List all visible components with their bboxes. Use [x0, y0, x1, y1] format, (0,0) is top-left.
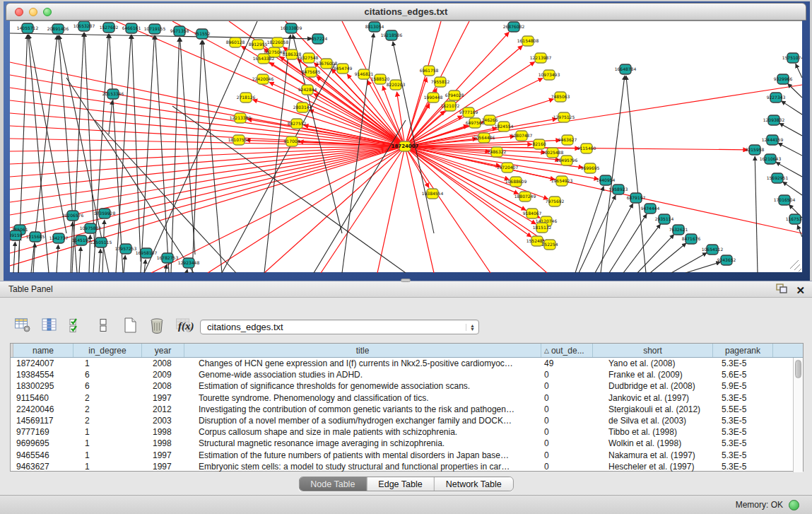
graph-node[interactable]: 16648784: [615, 64, 637, 74]
graph-node[interactable]: 9474444: [641, 204, 660, 214]
graph-node[interactable]: 10719155: [144, 24, 166, 34]
graph-node[interactable]: 6879197: [627, 193, 646, 203]
table-row[interactable]: 1830029562008Estimation of significance …: [11, 380, 793, 392]
graph-node[interactable]: 12213987: [530, 53, 552, 63]
graph-node[interactable]: 20891406: [47, 24, 69, 34]
graph-node[interactable]: 10025488: [542, 148, 564, 158]
graph-node[interactable]: 16033809: [281, 23, 302, 33]
graph-node[interactable]: 16543382: [253, 54, 275, 64]
graph-node[interactable]: 6466161: [122, 23, 141, 33]
graph-node[interactable]: 9699695: [581, 163, 600, 173]
tab-node-table[interactable]: Node Table: [299, 477, 367, 491]
graph-node[interactable]: 20206576: [62, 211, 84, 221]
graph-node[interactable]: 7857224: [309, 34, 328, 44]
graph-node[interactable]: 7485063: [551, 92, 570, 102]
graph-node[interactable]: 1167534: [786, 214, 802, 224]
graph-node[interactable]: 14055712: [17, 23, 39, 33]
graph-node[interactable]: 18495796: [556, 156, 578, 165]
tab-network-table[interactable]: Network Table: [435, 477, 513, 491]
graph-node[interactable]: 39159: [10, 230, 23, 240]
column-header-out_de[interactable]: △out_de...: [541, 344, 593, 357]
graph-node[interactable]: 8454749: [334, 64, 353, 74]
scrollbar-thumb[interactable]: [795, 360, 801, 378]
graph-node[interactable]: 6961758: [420, 66, 439, 76]
graph-node[interactable]: 12923448: [178, 258, 200, 268]
graph-node[interactable]: 18226058: [267, 37, 289, 47]
graph-node[interactable]: 7975692: [546, 197, 565, 206]
graph-node[interactable]: 12505115: [90, 238, 112, 247]
table-row[interactable]: 2242004622012Investigating the contribut…: [11, 404, 793, 415]
table-row[interactable]: 969969511998Structural magnetic resonanc…: [11, 438, 793, 449]
graph-node[interactable]: 8427552: [288, 119, 307, 129]
graph-node[interactable]: 19654923: [551, 176, 573, 186]
graph-node[interactable]: 1215685: [26, 232, 45, 242]
graph-node[interactable]: 10688609: [505, 177, 527, 187]
graph-node[interactable]: 12093832: [763, 115, 785, 125]
graph-node[interactable]: 12444159: [762, 135, 784, 145]
unselect-all-icon[interactable]: [93, 315, 113, 335]
tab-edge-table[interactable]: Edge Table: [367, 477, 434, 491]
table-row[interactable]: 1872400712008Changes of HCN gene express…: [11, 358, 793, 369]
graph-node[interactable]: 16958107: [136, 248, 158, 258]
table-row[interactable]: 1456911722003Disruption of a novel membe…: [11, 415, 793, 426]
graph-node[interactable]: 7486322: [488, 147, 507, 157]
table-row[interactable]: 1938455462009Genome-wide association stu…: [11, 369, 793, 380]
graph-node[interactable]: 252254: [542, 240, 558, 250]
select-all-icon[interactable]: [66, 315, 86, 335]
delete-icon[interactable]: [147, 315, 167, 335]
graph-node[interactable]: 15692951: [767, 173, 789, 183]
network-canvas[interactable]: 8960128891295518226058182750481654338281…: [10, 21, 802, 272]
graph-node[interactable]: 16782753: [157, 253, 179, 263]
graph-node[interactable]: 7632621: [669, 225, 688, 235]
graph-node[interactable]: 8215958: [746, 145, 765, 155]
graph-node[interactable]: 9329966: [774, 74, 793, 84]
table-row[interactable]: 946554611997Estimation of the future num…: [11, 450, 793, 461]
graph-node[interactable]: 9671358: [170, 26, 189, 36]
graph-node[interactable]: 5958923: [609, 185, 628, 194]
column-header-year[interactable]: year: [142, 344, 184, 357]
graph-node[interactable]: 20564486: [473, 133, 495, 143]
network-graph[interactable]: 8960128891295518226058182750481654338281…: [10, 21, 802, 273]
column-header-name[interactable]: name: [13, 344, 73, 357]
graph-node[interactable]: 15751074: [782, 53, 802, 63]
close-panel-icon[interactable]: ✕: [796, 285, 805, 296]
table-scrollbar[interactable]: [793, 358, 803, 472]
column-header-title[interactable]: title: [184, 344, 541, 357]
float-panel-icon[interactable]: [776, 284, 787, 296]
graph-node[interactable]: 8813054: [365, 22, 384, 32]
graph-node[interactable]: 17016504: [774, 195, 796, 205]
graph-node[interactable]: 10654112: [702, 245, 724, 255]
graph-node[interactable]: 9463627: [558, 135, 577, 145]
graph-node[interactable]: 10807487: [511, 131, 533, 141]
zoom-window-button[interactable]: [43, 8, 52, 16]
graph-node[interactable]: 751552: [194, 29, 211, 39]
show-columns-icon[interactable]: [40, 315, 59, 335]
table-row[interactable]: 911546021997Tourette syndrome. Phenomeno…: [11, 392, 793, 404]
graph-node[interactable]: 19384554: [422, 189, 444, 199]
graph-node[interactable]: 8960128: [226, 37, 245, 47]
resize-grip-icon[interactable]: [790, 260, 801, 271]
graph-node[interactable]: 20153346: [102, 89, 124, 99]
graph-node[interactable]: 2935114: [655, 214, 674, 224]
graph-node[interactable]: 1621072: [441, 101, 460, 111]
graph-node[interactable]: 16210643: [760, 154, 782, 164]
close-window-button[interactable]: [15, 8, 23, 16]
column-header-short[interactable]: short: [593, 344, 713, 357]
graph-node[interactable]: 8471676: [682, 234, 701, 244]
network-window-titlebar[interactable]: citations_edges.txt: [6, 3, 806, 21]
graph-node[interactable]: 8912955: [249, 40, 268, 49]
graph-node[interactable]: 19218586: [381, 30, 403, 40]
graph-node[interactable]: 1815132: [533, 223, 552, 233]
graph-node[interactable]: 9227343: [767, 93, 786, 103]
graph-node[interactable]: 9243652: [717, 255, 736, 265]
table-mode-icon[interactable]: [13, 315, 33, 335]
splitter-handle[interactable]: [401, 279, 411, 282]
graph-node[interactable]: 2718126: [237, 93, 256, 103]
graph-node[interactable]: 18807249: [514, 192, 536, 201]
table-row[interactable]: 946362711997Embryonic stem cells: a mode…: [11, 461, 793, 472]
graph-node[interactable]: 82160: [532, 139, 546, 149]
graph-node[interactable]: 10653287: [73, 21, 95, 31]
graph-node[interactable]: 7955812: [431, 77, 450, 87]
table-selector-dropdown[interactable]: citations_edges.txt ▲▼: [200, 320, 479, 334]
table-row[interactable]: 977716911998Corpus callosum shape and si…: [11, 426, 793, 438]
